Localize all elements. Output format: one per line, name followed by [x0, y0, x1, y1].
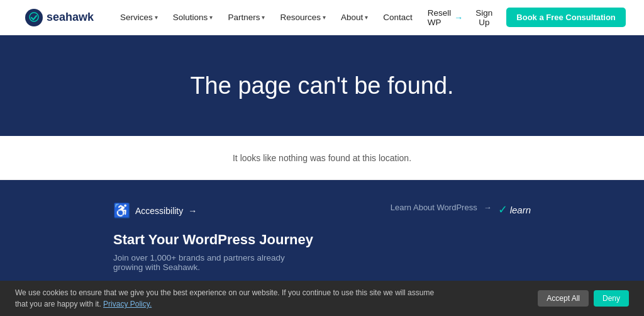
chevron-down-icon: ▾ [155, 14, 158, 21]
deny-button[interactable]: Deny [594, 290, 629, 307]
cta-left: ♿ Accessibility → Start Your WordPress J… [113, 203, 316, 291]
logo-icon [25, 9, 43, 26]
not-found-section: It looks like nothing was found at this … [0, 136, 644, 180]
privacy-policy-link[interactable]: Privacy Policy. [103, 300, 152, 308]
nav-resell-wp[interactable]: Resell WP → [421, 4, 470, 31]
accessibility-label: Accessibility [135, 206, 183, 216]
nav-resources[interactable]: Resources ▾ [274, 9, 332, 26]
wp-learn-logo: ✓ learn [498, 203, 531, 217]
accessibility-row: ♿ Accessibility → [113, 203, 316, 219]
navbar: seahawk Services ▾ Solutions ▾ Partners … [0, 0, 644, 35]
arrow-right-icon: → [484, 203, 492, 212]
arrow-right-icon: → [454, 13, 463, 23]
nav-actions: Sign Up Book a Free Consultation [469, 4, 626, 31]
chevron-down-icon: ▾ [365, 14, 368, 21]
hero-section: The page can't be found. [0, 35, 644, 136]
nav-about[interactable]: About ▾ [335, 9, 374, 26]
cta-title: Start Your WordPress Journey [113, 232, 316, 248]
cta-subtitle: Join over 1,000+ brands and partners alr… [113, 253, 316, 272]
chevron-down-icon: ▾ [262, 14, 265, 21]
nav-links: Services ▾ Solutions ▾ Partners ▾ Resour… [114, 4, 469, 31]
logo[interactable]: seahawk [25, 9, 94, 26]
wp-learn-icon: ✓ [498, 203, 508, 217]
svg-point-0 [25, 9, 43, 26]
learn-label: Learn About WordPress [391, 203, 477, 212]
wp-learn-text: learn [510, 205, 531, 215]
chevron-down-icon: ▾ [209, 14, 213, 21]
cookie-banner: We use cookies to ensure that we give yo… [0, 281, 644, 316]
accept-all-button[interactable]: Accept All [538, 290, 589, 307]
logo-text: seahawk [47, 11, 94, 24]
arrow-right-icon: → [188, 206, 197, 216]
nav-services[interactable]: Services ▾ [114, 9, 164, 26]
cookie-actions: Accept All Deny [538, 290, 629, 307]
chevron-down-icon: ▾ [323, 14, 326, 21]
not-found-message: It looks like nothing was found at this … [233, 153, 411, 163]
nav-solutions[interactable]: Solutions ▾ [167, 9, 219, 26]
sign-up-button[interactable]: Sign Up [469, 4, 499, 31]
nav-partners[interactable]: Partners ▾ [221, 9, 271, 26]
page-title: The page can't be found. [190, 72, 453, 99]
cta-right: Learn About WordPress → ✓ learn [328, 203, 531, 217]
cookie-message: We use cookies to ensure that we give yo… [15, 287, 443, 310]
nav-contact[interactable]: Contact [377, 9, 419, 26]
accessibility-icon: ♿ [113, 203, 130, 219]
book-consultation-button[interactable]: Book a Free Consultation [506, 8, 625, 27]
